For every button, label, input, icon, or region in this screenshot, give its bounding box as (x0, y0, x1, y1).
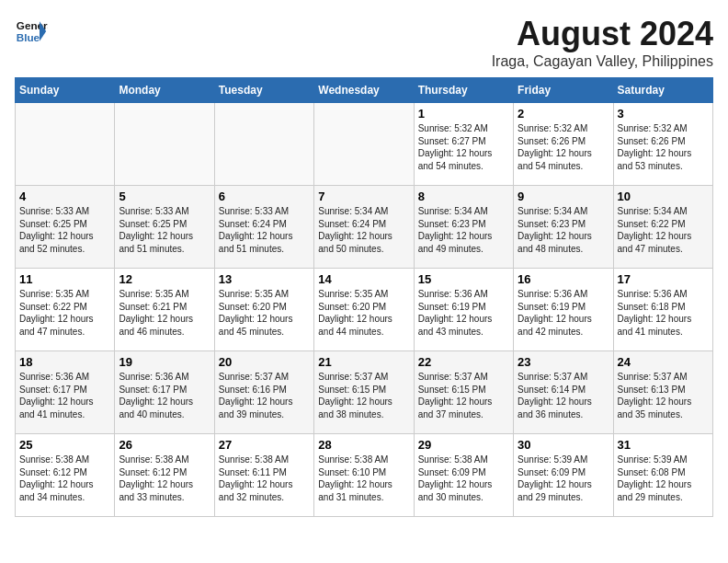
calendar-cell: 30Sunrise: 5:39 AMSunset: 6:09 PMDayligh… (514, 434, 613, 517)
day-number: 3 (618, 107, 709, 121)
page-header: General Blue August 2024 Iraga, Cagayan … (15, 15, 713, 70)
calendar-cell: 24Sunrise: 5:37 AMSunset: 6:13 PMDayligh… (613, 351, 712, 434)
calendar-cell: 7Sunrise: 5:34 AMSunset: 6:24 PMDaylight… (314, 186, 414, 269)
calendar-cell: 16Sunrise: 5:36 AMSunset: 6:19 PMDayligh… (514, 269, 613, 351)
day-info: Sunrise: 5:34 AMSunset: 6:23 PMDaylight:… (418, 205, 509, 255)
day-number: 26 (119, 438, 210, 452)
day-number: 16 (518, 272, 609, 286)
calendar-cell: 1Sunrise: 5:32 AMSunset: 6:27 PMDaylight… (414, 103, 513, 186)
calendar-cell: 18Sunrise: 5:36 AMSunset: 6:17 PMDayligh… (16, 351, 115, 434)
day-number: 15 (418, 272, 509, 286)
day-info: Sunrise: 5:38 AMSunset: 6:12 PMDaylight:… (19, 454, 110, 503)
calendar-cell: 5Sunrise: 5:33 AMSunset: 6:25 PMDaylight… (115, 186, 214, 269)
calendar-cell: 9Sunrise: 5:34 AMSunset: 6:23 PMDaylight… (514, 186, 613, 269)
day-info: Sunrise: 5:34 AMSunset: 6:24 PMDaylight:… (318, 205, 409, 255)
calendar-cell: 26Sunrise: 5:38 AMSunset: 6:12 PMDayligh… (115, 434, 214, 517)
day-info: Sunrise: 5:33 AMSunset: 6:25 PMDaylight:… (19, 205, 110, 255)
calendar-cell (115, 103, 214, 186)
calendar-cell: 14Sunrise: 5:35 AMSunset: 6:20 PMDayligh… (314, 269, 414, 351)
calendar-cell (214, 103, 313, 186)
day-info: Sunrise: 5:32 AMSunset: 6:27 PMDaylight:… (418, 122, 509, 172)
calendar-week-5: 25Sunrise: 5:38 AMSunset: 6:12 PMDayligh… (16, 434, 713, 517)
day-number: 9 (518, 190, 609, 203)
weekday-header-saturday: Saturday (613, 78, 712, 103)
weekday-header-friday: Friday (514, 78, 613, 103)
day-info: Sunrise: 5:35 AMSunset: 6:21 PMDaylight:… (119, 288, 210, 338)
calendar-cell: 21Sunrise: 5:37 AMSunset: 6:15 PMDayligh… (314, 351, 414, 434)
day-info: Sunrise: 5:33 AMSunset: 6:24 PMDaylight:… (219, 205, 310, 255)
calendar-cell: 25Sunrise: 5:38 AMSunset: 6:12 PMDayligh… (16, 434, 115, 517)
day-info: Sunrise: 5:37 AMSunset: 6:15 PMDaylight:… (418, 371, 509, 420)
calendar-cell: 31Sunrise: 5:39 AMSunset: 6:08 PMDayligh… (613, 434, 712, 517)
day-info: Sunrise: 5:36 AMSunset: 6:17 PMDaylight:… (19, 371, 110, 420)
calendar-cell: 20Sunrise: 5:37 AMSunset: 6:16 PMDayligh… (214, 351, 313, 434)
day-number: 17 (618, 272, 709, 286)
calendar-cell: 3Sunrise: 5:32 AMSunset: 6:26 PMDaylight… (613, 103, 712, 186)
calendar-cell (16, 103, 115, 186)
day-number: 19 (119, 355, 210, 369)
weekday-header-tuesday: Tuesday (214, 78, 313, 103)
day-info: Sunrise: 5:39 AMSunset: 6:08 PMDaylight:… (618, 454, 709, 503)
calendar-week-2: 4Sunrise: 5:33 AMSunset: 6:25 PMDaylight… (16, 186, 713, 269)
day-info: Sunrise: 5:36 AMSunset: 6:18 PMDaylight:… (618, 288, 709, 338)
svg-text:Blue: Blue (17, 31, 40, 43)
day-number: 12 (119, 272, 210, 286)
day-number: 7 (318, 190, 409, 203)
calendar-cell: 22Sunrise: 5:37 AMSunset: 6:15 PMDayligh… (414, 351, 513, 434)
weekday-header-sunday: Sunday (16, 78, 115, 103)
month-year-title: August 2024 (492, 15, 713, 53)
weekday-header-thursday: Thursday (414, 78, 513, 103)
day-info: Sunrise: 5:36 AMSunset: 6:17 PMDaylight:… (119, 371, 210, 420)
day-info: Sunrise: 5:34 AMSunset: 6:22 PMDaylight:… (618, 205, 709, 255)
day-number: 10 (618, 190, 709, 203)
logo: General Blue (15, 15, 48, 48)
day-number: 30 (518, 438, 609, 452)
calendar-cell: 28Sunrise: 5:38 AMSunset: 6:10 PMDayligh… (314, 434, 414, 517)
day-info: Sunrise: 5:39 AMSunset: 6:09 PMDaylight:… (518, 454, 609, 503)
location-subtitle: Iraga, Cagayan Valley, Philippines (492, 53, 713, 70)
day-number: 2 (518, 107, 609, 121)
day-info: Sunrise: 5:32 AMSunset: 6:26 PMDaylight:… (618, 122, 709, 172)
day-info: Sunrise: 5:37 AMSunset: 6:16 PMDaylight:… (219, 371, 310, 420)
calendar-week-3: 11Sunrise: 5:35 AMSunset: 6:22 PMDayligh… (16, 269, 713, 351)
day-number: 5 (119, 190, 210, 203)
day-number: 24 (618, 355, 709, 369)
day-info: Sunrise: 5:34 AMSunset: 6:23 PMDaylight:… (518, 205, 609, 255)
calendar-cell: 12Sunrise: 5:35 AMSunset: 6:21 PMDayligh… (115, 269, 214, 351)
day-number: 18 (19, 355, 110, 369)
calendar-cell: 17Sunrise: 5:36 AMSunset: 6:18 PMDayligh… (613, 269, 712, 351)
weekday-header-monday: Monday (115, 78, 214, 103)
calendar-cell: 11Sunrise: 5:35 AMSunset: 6:22 PMDayligh… (16, 269, 115, 351)
title-section: August 2024 Iraga, Cagayan Valley, Phili… (492, 15, 713, 70)
day-number: 27 (219, 438, 310, 452)
calendar-cell: 8Sunrise: 5:34 AMSunset: 6:23 PMDaylight… (414, 186, 513, 269)
day-info: Sunrise: 5:36 AMSunset: 6:19 PMDaylight:… (518, 288, 609, 338)
weekday-header-wednesday: Wednesday (314, 78, 414, 103)
day-info: Sunrise: 5:35 AMSunset: 6:20 PMDaylight:… (219, 288, 310, 338)
day-info: Sunrise: 5:36 AMSunset: 6:19 PMDaylight:… (418, 288, 509, 338)
day-info: Sunrise: 5:35 AMSunset: 6:20 PMDaylight:… (318, 288, 409, 338)
calendar-cell: 29Sunrise: 5:38 AMSunset: 6:09 PMDayligh… (414, 434, 513, 517)
calendar-cell: 6Sunrise: 5:33 AMSunset: 6:24 PMDaylight… (214, 186, 313, 269)
calendar-cell: 23Sunrise: 5:37 AMSunset: 6:14 PMDayligh… (514, 351, 613, 434)
day-info: Sunrise: 5:37 AMSunset: 6:13 PMDaylight:… (618, 371, 709, 420)
day-number: 11 (19, 272, 110, 286)
day-number: 8 (418, 190, 509, 203)
day-number: 28 (318, 438, 409, 452)
day-number: 1 (418, 107, 509, 121)
day-info: Sunrise: 5:32 AMSunset: 6:26 PMDaylight:… (518, 122, 609, 172)
day-number: 20 (219, 355, 310, 369)
calendar-cell: 19Sunrise: 5:36 AMSunset: 6:17 PMDayligh… (115, 351, 214, 434)
day-number: 22 (418, 355, 509, 369)
day-number: 13 (219, 272, 310, 286)
calendar-cell: 15Sunrise: 5:36 AMSunset: 6:19 PMDayligh… (414, 269, 513, 351)
calendar-cell: 10Sunrise: 5:34 AMSunset: 6:22 PMDayligh… (613, 186, 712, 269)
logo-icon: General Blue (15, 15, 48, 48)
day-info: Sunrise: 5:37 AMSunset: 6:15 PMDaylight:… (318, 371, 409, 420)
day-number: 31 (618, 438, 709, 452)
day-info: Sunrise: 5:35 AMSunset: 6:22 PMDaylight:… (19, 288, 110, 338)
day-number: 21 (318, 355, 409, 369)
calendar-table: SundayMondayTuesdayWednesdayThursdayFrid… (15, 77, 713, 517)
day-number: 23 (518, 355, 609, 369)
day-info: Sunrise: 5:33 AMSunset: 6:25 PMDaylight:… (119, 205, 210, 255)
